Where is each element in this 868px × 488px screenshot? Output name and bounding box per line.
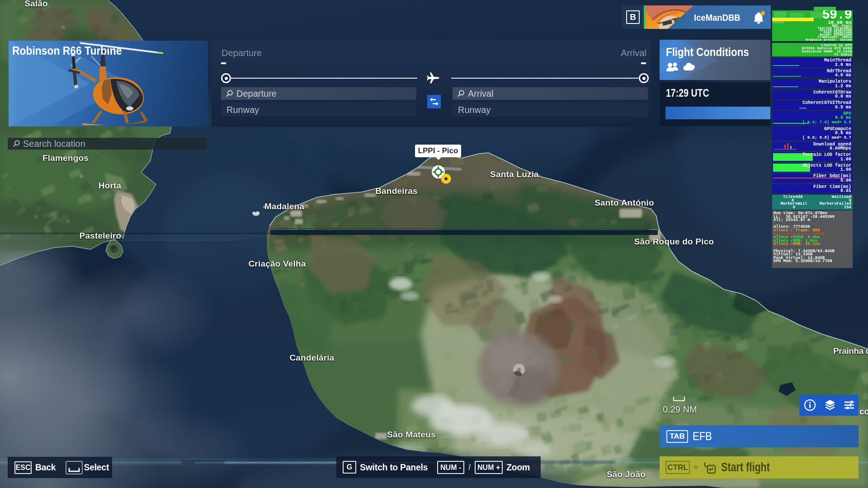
svg-text:★: ★ [443,175,448,182]
